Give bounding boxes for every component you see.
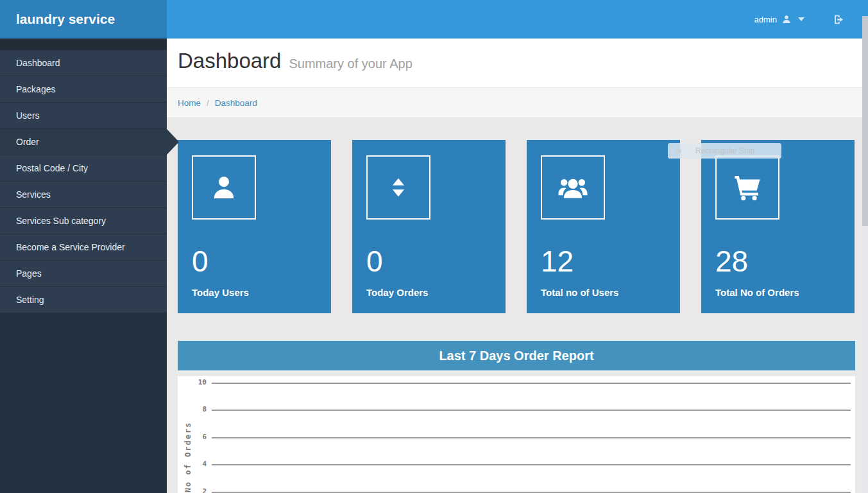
breadcrumb-separator: /	[207, 98, 209, 108]
sidebar-item-become-a-service-provider[interactable]: Become a Service Provider	[0, 234, 167, 261]
snip-dot-icon	[676, 148, 681, 154]
active-item-arrow	[167, 129, 179, 155]
stat-label: Total No of Orders	[715, 287, 855, 298]
logout-button[interactable]	[833, 13, 845, 26]
sidebar-item-packages[interactable]: Packages	[0, 76, 167, 103]
stat-label: Total no of Users	[541, 287, 680, 298]
stat-card-total-orders[interactable]: 28 Total No of Orders	[701, 140, 855, 313]
stat-value: 0	[366, 245, 506, 278]
sidebar-item-postal-code-city[interactable]: Postal Code / City	[0, 155, 167, 182]
user-icon	[781, 14, 792, 24]
cart-icon	[731, 171, 763, 203]
page-subtitle: Summary of your App	[289, 56, 412, 71]
sort-icon	[385, 174, 412, 201]
stat-card-total-users[interactable]: 12 Total no of Users	[527, 140, 680, 313]
icon-box	[541, 155, 605, 220]
stat-value: 0	[192, 245, 331, 278]
gridline	[212, 464, 851, 465]
stat-value: 12	[541, 245, 680, 278]
icon-box	[192, 155, 256, 220]
gridline	[212, 410, 851, 411]
order-report-chart: 10 8 6 4 2 No of Orders	[178, 376, 855, 493]
snip-label: Rectangular Snip	[695, 146, 754, 155]
content-area: Rectangular Snip 0 Today Users	[167, 140, 868, 493]
icon-box	[715, 155, 779, 220]
y-axis-label: No of Orders	[183, 422, 192, 493]
sidebar-item-pages[interactable]: Pages	[0, 261, 167, 287]
topbar: admin	[167, 0, 868, 39]
sidebar-item-dashboard[interactable]: Dashboard	[0, 50, 167, 76]
admin-menu[interactable]: admin	[754, 14, 804, 24]
scrollbar[interactable]	[862, 16, 868, 493]
breadcrumb-home-link[interactable]: Home	[178, 98, 201, 108]
sidebar-item-services[interactable]: Services	[0, 182, 167, 208]
users-icon	[556, 171, 590, 204]
sidebar-item-services-sub-category[interactable]: Services Sub category	[0, 208, 167, 234]
gridline	[212, 383, 851, 384]
main-area: Dashboard Summary of your App Home / Das…	[167, 39, 868, 493]
sidebar-item-setting[interactable]: Setting	[0, 287, 167, 313]
stat-label: Today Orders	[366, 287, 506, 298]
brand-logo[interactable]: laundry service	[0, 0, 167, 39]
chevron-down-icon	[798, 17, 804, 21]
icon-box	[366, 155, 430, 220]
sign-out-icon	[833, 13, 845, 26]
scrollbar-thumb[interactable]	[862, 16, 868, 226]
order-report-panel: Last 7 Days Order Report 10 8 6 4 2 No o…	[167, 341, 855, 493]
stat-card-today-orders[interactable]: 0 Today Orders	[352, 140, 506, 313]
sidebar-item-order[interactable]: Order	[0, 129, 167, 155]
stat-value: 28	[715, 245, 855, 278]
sidebar: laundry service Dashboard Packages Users…	[0, 0, 167, 493]
sidebar-item-users[interactable]: Users	[0, 103, 167, 129]
user-icon	[208, 172, 239, 203]
breadcrumb: Home / Dashboard	[167, 87, 868, 118]
stat-cards-row: 0 Today Users 0 Today Orders	[167, 140, 868, 313]
stat-card-today-users[interactable]: 0 Today Users	[178, 140, 331, 313]
sidebar-top-strip	[0, 39, 167, 50]
admin-username: admin	[754, 15, 777, 24]
page-title: Dashboard	[178, 49, 281, 73]
snipping-tool-overlay: Rectangular Snip	[668, 143, 781, 159]
gridline	[212, 437, 851, 438]
chart-title: Last 7 Days Order Report	[178, 341, 855, 370]
breadcrumb-dashboard-link[interactable]: Dashboard	[215, 98, 257, 108]
y-tick: 10	[178, 378, 207, 386]
stat-label: Today Users	[192, 287, 331, 298]
page-header: Dashboard Summary of your App	[167, 39, 868, 87]
y-tick: 8	[178, 405, 207, 413]
